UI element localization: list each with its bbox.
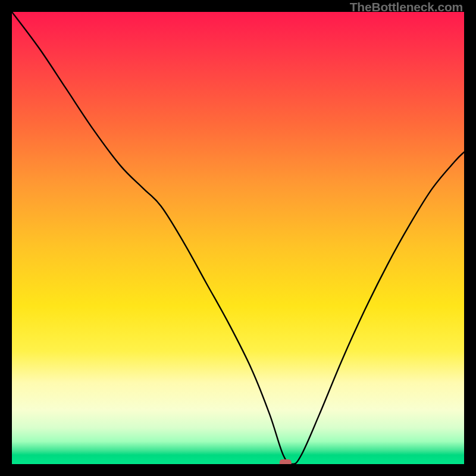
bottleneck-curve (12, 12, 464, 464)
optimum-marker (280, 459, 292, 464)
curve-layer (12, 12, 464, 464)
watermark: TheBottleneck.com (350, 0, 463, 14)
plot-area (12, 12, 464, 464)
